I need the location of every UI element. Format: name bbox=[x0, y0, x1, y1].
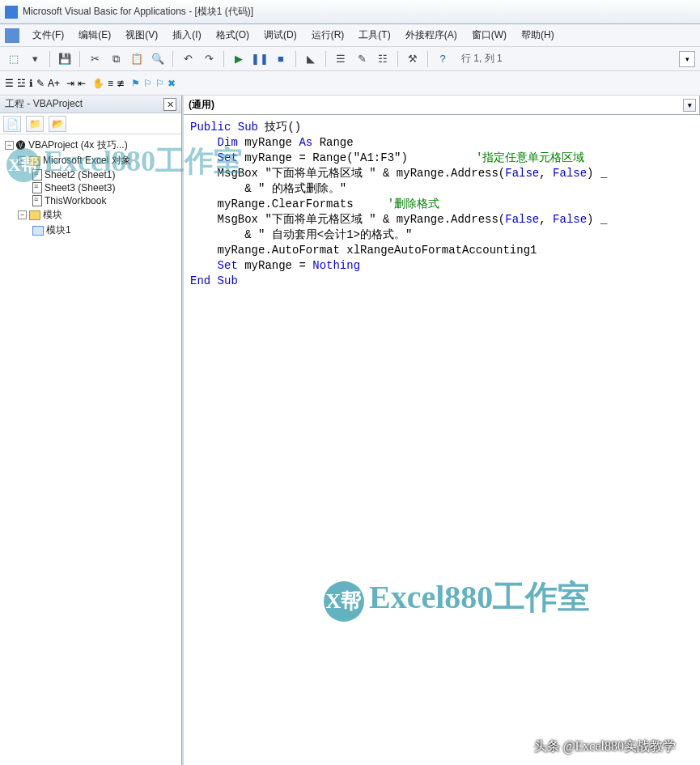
view-excel-icon[interactable]: ⬚ bbox=[5, 50, 23, 68]
tree-modules[interactable]: −模块 bbox=[2, 207, 180, 223]
redo-icon[interactable]: ↷ bbox=[200, 50, 218, 68]
parameter-info-icon[interactable]: ✎ bbox=[36, 78, 45, 89]
comment-block-icon[interactable]: ≡ bbox=[108, 78, 113, 89]
reset-icon[interactable]: ■ bbox=[272, 50, 290, 68]
project-explorer-icon[interactable]: ☰ bbox=[332, 50, 350, 68]
menu-file[interactable]: 文件(F) bbox=[26, 26, 70, 45]
bookmark-clear-icon[interactable]: ✖ bbox=[168, 78, 176, 89]
design-mode-icon[interactable]: ◣ bbox=[302, 50, 320, 68]
bookmark-prev-icon[interactable]: ⚐ bbox=[155, 78, 164, 89]
main-area: 工程 - VBAProject ✕ 📄 📁 📂 −🅥VBAProject (4x… bbox=[0, 96, 700, 765]
complete-word-icon[interactable]: A+ bbox=[48, 78, 60, 89]
code-combo-row: (通用)▾ bbox=[184, 96, 700, 115]
properties-icon[interactable]: ✎ bbox=[353, 50, 371, 68]
bookmark-toggle-icon[interactable]: ⚑ bbox=[131, 78, 140, 89]
tree-thisworkbook[interactable]: ThisWorkbook bbox=[2, 194, 180, 207]
sheet-icon bbox=[32, 169, 42, 181]
separator bbox=[223, 51, 224, 67]
menu-format[interactable]: 格式(O) bbox=[210, 26, 256, 45]
menu-addins[interactable]: 外接程序(A) bbox=[399, 26, 464, 45]
separator bbox=[172, 51, 173, 67]
menu-help[interactable]: 帮助(H) bbox=[515, 26, 561, 45]
menu-debug[interactable]: 调试(D) bbox=[257, 26, 303, 45]
menu-bar: 文件(F) 编辑(E) 视图(V) 插入(I) 格式(O) 调试(D) 运行(R… bbox=[0, 24, 700, 47]
project-explorer: 工程 - VBAProject ✕ 📄 📁 📂 −🅥VBAProject (4x… bbox=[0, 96, 182, 765]
list-constants-icon[interactable]: ☳ bbox=[17, 78, 26, 89]
menu-tools[interactable]: 工具(T) bbox=[352, 26, 397, 45]
undo-icon[interactable]: ↶ bbox=[179, 50, 197, 68]
image-caption: 头条 @Excel880实战教学 bbox=[534, 738, 676, 755]
menu-window[interactable]: 窗口(W) bbox=[465, 26, 513, 45]
menu-run[interactable]: 运行(R) bbox=[305, 26, 351, 45]
breakpoint-icon[interactable]: ✋ bbox=[92, 78, 104, 89]
code-pane: (通用)▾ Public Sub 技巧() Dim myRange As Ran… bbox=[182, 96, 700, 765]
copy-icon[interactable]: ⧉ bbox=[107, 50, 125, 68]
sheet-icon bbox=[32, 182, 42, 193]
quick-info-icon[interactable]: ℹ bbox=[29, 78, 33, 89]
cursor-position: 行 1, 列 1 bbox=[461, 52, 676, 66]
workbook-icon bbox=[32, 195, 42, 206]
bookmark-next-icon[interactable]: ⚐ bbox=[143, 78, 152, 89]
break-icon[interactable]: ❚❚ bbox=[251, 50, 269, 68]
tree-module1[interactable]: 模块1 bbox=[2, 223, 180, 238]
code-editor[interactable]: Public Sub 技巧() Dim myRange As Range Set… bbox=[184, 115, 700, 765]
separator bbox=[49, 51, 50, 67]
title-bar: Microsoft Visual Basic for Applications … bbox=[0, 0, 700, 24]
collapse-icon[interactable]: − bbox=[18, 210, 27, 219]
object-combo[interactable]: (通用)▾ bbox=[184, 96, 700, 114]
app-icon bbox=[5, 6, 18, 19]
separator bbox=[397, 51, 398, 67]
collapse-icon[interactable]: − bbox=[18, 156, 27, 165]
toolbox-icon[interactable]: ⚒ bbox=[404, 50, 422, 68]
tree-toolbar: 📄 📁 📂 bbox=[0, 113, 181, 134]
panel-close-button[interactable]: ✕ bbox=[163, 98, 176, 111]
window-title: Microsoft Visual Basic for Applications … bbox=[23, 5, 253, 19]
menu-view[interactable]: 视图(V) bbox=[119, 26, 164, 45]
separator bbox=[79, 51, 80, 67]
run-icon[interactable]: ▶ bbox=[230, 50, 248, 68]
paste-icon[interactable]: 📋 bbox=[128, 50, 146, 68]
object-browser-icon[interactable]: ☷ bbox=[374, 50, 392, 68]
vba-icon bbox=[5, 28, 19, 43]
folder-icon bbox=[29, 210, 40, 220]
indent-icon[interactable]: ⇥ bbox=[66, 78, 74, 89]
view-object-icon[interactable]: 📁 bbox=[26, 116, 44, 132]
folder-icon bbox=[29, 156, 40, 166]
menu-insert[interactable]: 插入(I) bbox=[166, 26, 207, 45]
separator bbox=[427, 51, 428, 67]
project-panel-title: 工程 - VBAProject bbox=[5, 97, 83, 111]
module-icon bbox=[32, 226, 44, 236]
project-panel-header: 工程 - VBAProject ✕ bbox=[0, 96, 181, 113]
cut-icon[interactable]: ✂ bbox=[86, 50, 104, 68]
edit-toolbar: ☰ ☳ ℹ ✎ A+ ⇥ ⇤ ✋ ≡ ≢ ⚑ ⚐ ⚐ ✖ bbox=[0, 71, 700, 96]
tree-root[interactable]: −🅥VBAProject (4x 技巧...) bbox=[2, 138, 180, 153]
chevron-down-icon[interactable]: ▾ bbox=[683, 99, 696, 112]
save-icon[interactable]: 💾 bbox=[56, 50, 74, 68]
outdent-icon[interactable]: ⇤ bbox=[78, 78, 86, 89]
collapse-icon[interactable]: − bbox=[5, 141, 14, 150]
insert-dropdown-icon[interactable]: ▾ bbox=[26, 50, 44, 68]
list-properties-icon[interactable]: ☰ bbox=[5, 78, 14, 89]
toolbar-dropdown[interactable]: ▾ bbox=[679, 51, 695, 67]
help-icon[interactable]: ? bbox=[434, 50, 452, 68]
tree-excel-objects[interactable]: −Microsoft Excel 对象 bbox=[2, 153, 180, 168]
view-code-icon[interactable]: 📄 bbox=[3, 116, 21, 132]
project-tree[interactable]: −🅥VBAProject (4x 技巧...) −Microsoft Excel… bbox=[0, 134, 181, 765]
separator bbox=[325, 51, 326, 67]
tree-sheet[interactable]: Sheet2 (Sheet1) bbox=[2, 168, 180, 181]
menu-edit[interactable]: 编辑(E) bbox=[72, 26, 117, 45]
separator bbox=[295, 51, 296, 67]
uncomment-block-icon[interactable]: ≢ bbox=[117, 78, 125, 89]
vba-project-icon: 🅥 bbox=[16, 140, 26, 151]
toggle-folders-icon[interactable]: 📂 bbox=[49, 116, 66, 132]
find-icon[interactable]: 🔍 bbox=[149, 50, 167, 68]
standard-toolbar: ⬚ ▾ 💾 ✂ ⧉ 📋 🔍 ↶ ↷ ▶ ❚❚ ■ ◣ ☰ ✎ ☷ ⚒ ? 行 1… bbox=[0, 47, 700, 71]
tree-sheet[interactable]: Sheet3 (Sheet3) bbox=[2, 181, 180, 194]
